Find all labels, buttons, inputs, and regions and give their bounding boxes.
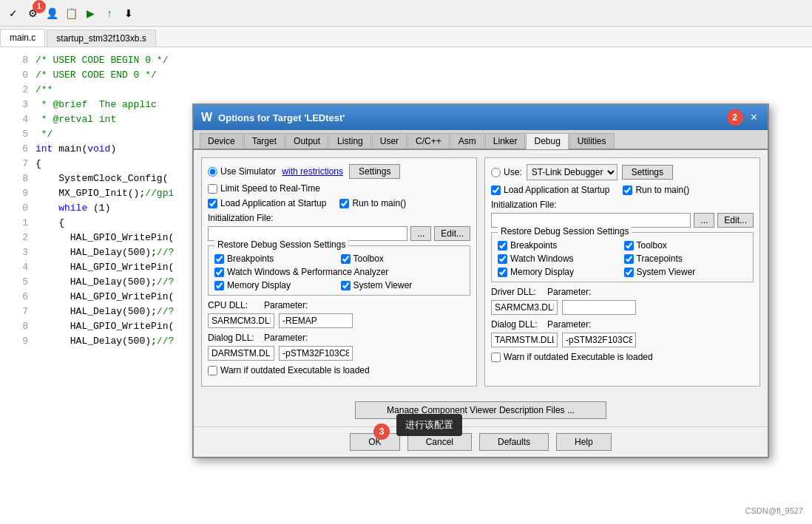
cpu-dll-label: CPU DLL:: [208, 300, 260, 310]
use-simulator-radio[interactable]: [208, 167, 217, 177]
dialog-param-label-right: Parameter:: [547, 319, 592, 330]
system-viewer-checkbox-left[interactable]: [341, 281, 351, 290]
tab-debug[interactable]: Debug: [526, 133, 568, 149]
tab-main-c[interactable]: main.c: [0, 29, 45, 47]
limit-speed-checkbox[interactable]: [208, 184, 217, 194]
watch-windows-checkbox-left[interactable]: [214, 268, 224, 277]
init-file-input[interactable]: [208, 226, 407, 241]
right-settings-button[interactable]: Settings: [622, 165, 673, 180]
breakpoints-label-right[interactable]: Breakpoints: [498, 240, 621, 251]
use-radio[interactable]: [491, 168, 501, 177]
warn-label-right[interactable]: Warn if outdated Executable is loaded: [491, 352, 653, 362]
tab-user[interactable]: User: [372, 133, 407, 149]
tab-asm[interactable]: Asm: [450, 133, 484, 149]
toolbar: ✓ ⚙ 1 👤 📋 ▶ ↑ ⬇: [0, 0, 812, 27]
load-app-label-right[interactable]: Load Application at Startup: [491, 185, 609, 195]
tab-cpp[interactable]: C/C++: [407, 133, 450, 149]
badge-1: 1: [33, 0, 46, 13]
toolbox-label-left[interactable]: Toolbox: [341, 254, 464, 264]
tab-linker[interactable]: Linker: [485, 133, 526, 149]
toolbox-checkbox-left[interactable]: [341, 254, 351, 264]
load-run-row-right: Load Application at Startup Run to main(…: [491, 185, 754, 195]
with-restrictions-link[interactable]: with restrictions: [282, 166, 343, 177]
init-file-row-right: ... Edit...: [491, 213, 754, 228]
init-file-label: Initialization File:: [208, 213, 274, 223]
init-browse-button-right[interactable]: ...: [694, 213, 714, 228]
dialog-param-input-left[interactable]: [279, 346, 353, 361]
dialog-title: Options for Target 'LEDtest': [218, 112, 345, 123]
toolbox-label-right[interactable]: Toolbox: [624, 240, 748, 251]
breakpoints-checkbox-left[interactable]: [214, 254, 224, 264]
badge-2: 2: [727, 109, 743, 126]
watch-windows-label-right[interactable]: Watch Windows: [498, 254, 621, 264]
dialog-param-label-left: Parameter:: [264, 333, 308, 343]
simulator-settings-button[interactable]: Settings: [349, 164, 400, 179]
run-to-main-checkbox-right[interactable]: [623, 186, 632, 195]
memory-display-label-left[interactable]: Memory Display: [214, 280, 338, 290]
load-app-checkbox[interactable]: [208, 199, 217, 208]
warn-label-left[interactable]: Warn if outdated Executable is loaded: [208, 365, 370, 375]
dialog-dll-input-right[interactable]: [491, 333, 558, 347]
load-app-label[interactable]: Load Application at Startup: [208, 198, 326, 208]
driver-dll-label: Driver DLL:: [491, 287, 543, 297]
tab-device[interactable]: Device: [200, 133, 243, 149]
breakpoints-checkbox-right[interactable]: [498, 241, 507, 251]
tab-utilities[interactable]: Utilities: [569, 133, 615, 149]
limit-speed-label[interactable]: Limit Speed to Real-Time: [208, 183, 320, 194]
driver-dll-section: Driver DLL: Parameter:: [491, 287, 754, 315]
tab-target[interactable]: Target: [244, 133, 285, 149]
driver-param-input[interactable]: [562, 300, 636, 315]
cpu-dll-input[interactable]: [208, 313, 274, 328]
tab-output[interactable]: Output: [285, 133, 328, 149]
init-browse-button[interactable]: ...: [410, 226, 431, 241]
driver-dll-input[interactable]: [491, 300, 558, 315]
load-app-checkbox-right[interactable]: [491, 186, 501, 195]
right-debug-panel: Use: ST-Link Debugger Settings Load Appl…: [484, 157, 760, 387]
memory-display-checkbox-right[interactable]: [498, 268, 507, 277]
tab-startup[interactable]: startup_stm32f103xb.s: [47, 30, 155, 47]
use-simulator-label[interactable]: Use Simulator: [208, 166, 276, 177]
use-radio-label[interactable]: Use:: [491, 167, 522, 177]
run-to-main-label[interactable]: Run to main(): [339, 198, 406, 208]
dialog-close-button[interactable]: ×: [748, 111, 760, 124]
left-debug-panel: Use Simulator with restrictions Settings…: [201, 157, 477, 387]
tab-listing[interactable]: Listing: [329, 133, 371, 149]
toolbox-checkbox-right[interactable]: [624, 241, 634, 251]
defaults-button[interactable]: Defaults: [479, 433, 549, 451]
dialog-dll-input-left[interactable]: [208, 346, 274, 361]
callout-tooltip: 进行该配置: [396, 414, 462, 436]
init-edit-button-right[interactable]: Edit...: [717, 213, 754, 228]
watch-windows-checkbox-right[interactable]: [498, 254, 507, 264]
restore-group-right: Restore Debug Session Settings Breakpoin…: [491, 232, 754, 282]
cpu-param-label: Parameter:: [264, 300, 308, 310]
help-button[interactable]: Help: [556, 433, 612, 451]
run-to-main-checkbox[interactable]: [339, 199, 349, 208]
checkmark-icon: ✓: [6, 6, 21, 21]
tracepoints-checkbox[interactable]: [624, 254, 634, 264]
use-row: Use: ST-Link Debugger Settings: [491, 164, 754, 180]
cpu-param-input[interactable]: [279, 313, 353, 328]
debugger-select[interactable]: ST-Link Debugger: [527, 164, 618, 180]
memory-display-label-right[interactable]: Memory Display: [498, 267, 621, 277]
warn-checkbox-right[interactable]: [491, 353, 501, 362]
system-viewer-label-right[interactable]: System Viewer: [624, 267, 748, 277]
init-file-input-right[interactable]: [491, 213, 691, 228]
breakpoints-label-left[interactable]: Breakpoints: [214, 254, 338, 264]
init-edit-button[interactable]: Edit...: [434, 226, 470, 241]
system-viewer-checkbox-right[interactable]: [624, 268, 634, 277]
person-icon: 👤: [44, 6, 59, 21]
dialog-dll-label-right: Dialog DLL:: [491, 319, 543, 330]
options-dialog: W Options for Target 'LEDtest' 2 × Devic…: [192, 103, 769, 458]
init-file-row: ... Edit...: [208, 226, 470, 241]
memory-display-checkbox-left[interactable]: [214, 281, 224, 290]
manage-component-button[interactable]: Manage Component Viewer Description File…: [355, 401, 606, 419]
copy-icon: 📋: [64, 6, 78, 21]
tracepoints-label[interactable]: Tracepoints: [624, 254, 748, 264]
system-viewer-label-left[interactable]: System Viewer: [341, 280, 464, 290]
run-to-main-label-right[interactable]: Run to main(): [623, 185, 689, 195]
warn-row-right: Warn if outdated Executable is loaded: [491, 352, 754, 362]
dialog-titlebar: W Options for Target 'LEDtest' 2 ×: [194, 105, 768, 130]
dialog-param-input-right[interactable]: [562, 333, 636, 347]
watch-windows-label-left[interactable]: Watch Windows & Performance Analyzer: [214, 267, 464, 277]
warn-checkbox-left[interactable]: [208, 366, 217, 375]
